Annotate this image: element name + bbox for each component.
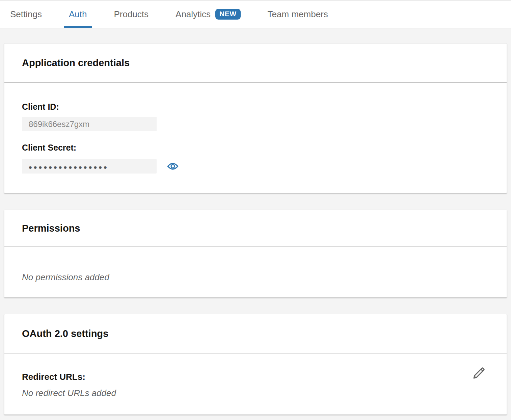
tab-settings[interactable]: Settings [5, 1, 47, 28]
redirect-urls-empty-text: No redirect URLs added [22, 388, 489, 398]
tab-team-members-label: Team members [268, 9, 328, 20]
tab-products-label: Products [114, 9, 149, 20]
application-credentials-body: Client ID: 869ik66esz7gxm Client Secret:… [4, 83, 507, 193]
permissions-title: Permissions [22, 223, 80, 234]
tab-team-members[interactable]: Team members [263, 1, 333, 28]
client-id-label: Client ID: [22, 102, 489, 112]
application-credentials-title: Application credentials [22, 57, 130, 69]
edit-redirect-urls-button[interactable] [472, 365, 487, 380]
tab-products[interactable]: Products [109, 1, 154, 28]
permissions-body: No permissions added [4, 247, 507, 297]
client-secret-value[interactable]: •••••••••••••••• [22, 159, 157, 174]
application-credentials-header: Application credentials [4, 44, 507, 83]
tab-auth[interactable]: Auth [64, 1, 92, 28]
eye-icon [167, 161, 179, 172]
show-secret-button[interactable] [167, 161, 179, 172]
auth-tab-content: Application credentials Client ID: 869ik… [0, 28, 511, 415]
oauth-settings-header: OAuth 2.0 settings [4, 314, 507, 353]
tab-bar: Settings Auth Products Analytics NEW Tea… [0, 0, 511, 28]
tab-auth-label: Auth [69, 9, 87, 20]
client-secret-label: Client Secret: [22, 142, 489, 153]
client-secret-row: •••••••••••••••• [22, 159, 489, 174]
permissions-header: Permissions [4, 210, 507, 247]
client-id-value[interactable]: 869ik66esz7gxm [22, 117, 157, 131]
application-credentials-card: Application credentials Client ID: 869ik… [4, 43, 507, 193]
pencil-icon [472, 365, 487, 380]
new-badge: NEW [215, 9, 241, 19]
oauth-settings-card: OAuth 2.0 settings Redirect URLs: No red… [4, 314, 507, 415]
oauth-settings-body: Redirect URLs: No redirect URLs added [4, 353, 507, 414]
permissions-empty-text: No permissions added [22, 272, 489, 283]
oauth-settings-title: OAuth 2.0 settings [22, 328, 108, 339]
redirect-urls-label: Redirect URLs: [22, 372, 489, 382]
tab-analytics[interactable]: Analytics NEW [170, 1, 246, 28]
tab-analytics-label: Analytics [176, 9, 211, 20]
tab-settings-label: Settings [10, 9, 42, 20]
permissions-card: Permissions No permissions added [4, 210, 507, 297]
